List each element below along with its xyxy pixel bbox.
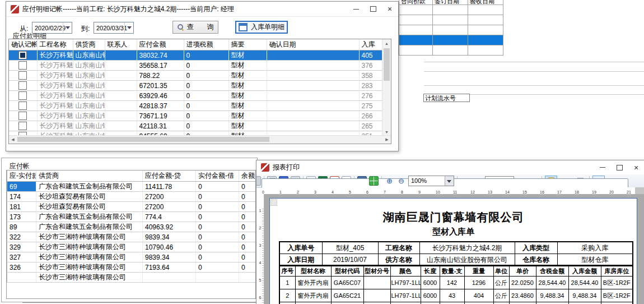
table-cell: 42118.31	[137, 121, 184, 131]
table-row[interactable]: 329长沙市三湘特种玻璃有限公司10790.4600	[7, 242, 256, 252]
table-row[interactable]: 327长沙市三湘特种玻璃有限公司9839.3400	[7, 252, 256, 262]
report-cell: GA65C21	[331, 289, 363, 302]
plan-serial-field[interactable]: 计划流水号	[423, 94, 470, 102]
zoom-out-icon[interactable]	[396, 176, 406, 186]
report-cell: 1	[279, 277, 295, 289]
report-info-row: 入库单号型材_405工程名称长沙万科魅力之城4.2期入库类型采购入库	[279, 242, 633, 254]
to-date-combo[interactable]: 2020/03/31	[94, 22, 134, 34]
zoom-level-combo[interactable]: 100%	[408, 176, 454, 186]
report-cell: 43	[440, 289, 464, 302]
scroll-right-button[interactable]: ▶	[383, 136, 391, 143]
table-cell: 长沙万科魅力...	[37, 81, 73, 91]
scrollbar-thumb[interactable]	[17, 137, 269, 142]
confirm-checkbox[interactable]	[18, 71, 27, 80]
chevron-down-icon[interactable]	[124, 22, 133, 33]
report-cell: GA65C07	[331, 277, 363, 289]
table-cell: 10790.46	[143, 242, 196, 252]
confirm-checkbox[interactable]	[18, 51, 27, 59]
chevron-down-icon[interactable]	[63, 22, 72, 33]
table-row[interactable]: 长沙万科魅力...山东南山铝业...38032.740型材405	[9, 50, 382, 61]
confirm-checkbox[interactable]	[18, 91, 27, 100]
table-row[interactable]: 长沙万科魅力...山东南山铝业...73671.190型材266	[9, 111, 382, 121]
inbound-detail-button[interactable]: 入库单明细	[235, 21, 288, 34]
scroll-down-button[interactable]: ▼	[382, 128, 391, 136]
scroll-up-button[interactable]: ▲	[382, 39, 391, 47]
table-row[interactable]: 69广东合和建筑五金制品有限公司11411.7800	[7, 182, 256, 192]
table-cell	[399, 5, 433, 15]
table-row[interactable]: 长沙万科魅力...山东南山铝业...788.220型材358	[9, 71, 382, 81]
checkbox-cell	[9, 121, 37, 131]
confirm-checkbox[interactable]	[18, 61, 27, 70]
table-cell: 0	[184, 71, 228, 81]
table-cell	[433, 5, 468, 15]
table-cell	[267, 50, 359, 61]
table-cell	[105, 91, 137, 101]
maximize-button[interactable]	[365, 2, 381, 16]
table-row[interactable]: 322长沙市三湘特种玻璃有限公司9839.3400	[7, 232, 256, 242]
maximize-button[interactable]	[611, 160, 628, 174]
table-row[interactable]: 326长沙市三湘特种玻璃有限公司7193.6400	[7, 262, 256, 273]
report-cell: B区-1R2F	[601, 289, 633, 302]
table-row[interactable]: 长沙万科魅力...山东南山铝业...67201.350型材283	[9, 81, 382, 91]
close-button[interactable]	[628, 160, 644, 174]
confirm-checkbox[interactable]	[18, 102, 27, 110]
scrollbar-thumb[interactable]	[384, 48, 390, 81]
report-cell: 1296	[464, 277, 493, 289]
query-button[interactable]: 查 询	[172, 21, 218, 34]
table-cell: 27200	[143, 192, 196, 202]
table-view-icon[interactable]	[369, 176, 379, 186]
table-cell: 0	[196, 222, 239, 232]
confirm-checkbox[interactable]	[18, 81, 27, 90]
horizontal-scrollbar[interactable]: ◀ ▶	[9, 135, 391, 144]
confirm-checkbox[interactable]	[18, 122, 27, 130]
table-cell: 长沙市三湘特种玻璃有限公司	[36, 273, 143, 283]
column-header-label: 合同价款	[401, 0, 426, 5]
table-cell	[267, 121, 359, 131]
table-cell: 283	[359, 81, 382, 91]
table-cell: 山东南山铝业...	[73, 61, 105, 71]
report-column-header: 序号	[279, 265, 295, 277]
column-header-label: 验收日期	[470, 0, 494, 5]
zoom-in-icon[interactable]	[385, 176, 394, 186]
table-cell: 181	[7, 202, 36, 212]
table-cell: 67201.35	[137, 81, 184, 91]
table-cell: 35658.17	[137, 61, 184, 71]
toolbar-icon-partial[interactable]	[256, 176, 261, 186]
table-row[interactable]: 长沙万科魅力...山东南山铝业...42818.370型材275	[9, 101, 382, 111]
table-row[interactable]	[399, 25, 503, 35]
report-cell: 9,488.34	[536, 289, 568, 302]
table-row[interactable]: 长沙万科魅力...山东南山铝业...42118.310型材265	[9, 121, 382, 131]
table-row[interactable]: 89广东合和建筑五金制品有限公司40963.9200	[7, 222, 256, 232]
preview-area[interactable]: 湖南巨晟门窗幕墙有限公司 型材入库单 入库单号型材_405工程名称长沙万科魅力之…	[264, 194, 644, 304]
chevron-down-icon[interactable]	[445, 176, 454, 186]
table-row[interactable]: 长沙市三湘特种玻璃有限公司	[7, 273, 256, 283]
form-line	[424, 71, 644, 72]
table-row[interactable]: 173广东合和建筑五金制品有限公司774.400	[7, 212, 256, 222]
report-cell: 6000	[421, 289, 440, 302]
table-row[interactable]: 174长沙坦森贸易有限公司2720000	[7, 192, 256, 202]
close-button[interactable]	[381, 2, 398, 16]
from-date-value: 2020/02/29	[35, 25, 66, 31]
confirm-checkbox[interactable]	[18, 112, 27, 120]
scroll-left-button[interactable]: ◀	[9, 136, 17, 143]
table-row[interactable]	[399, 15, 503, 25]
table-row[interactable]	[399, 5, 503, 15]
report-cell: LH797-1LL	[390, 289, 421, 302]
minimize-button[interactable]	[594, 160, 611, 174]
table-cell: 0	[184, 81, 228, 91]
report-cell: 6000	[421, 277, 440, 289]
page-margin-marker	[270, 199, 277, 206]
table-row[interactable]: 长沙万科魅力...山东南山铝业...63929.460型材276	[9, 91, 382, 101]
table-row[interactable]	[399, 35, 503, 45]
table-row[interactable]: 长沙万科魅力...山东南山铝业...35658.170型材376	[9, 61, 382, 71]
minimize-button[interactable]	[348, 2, 365, 16]
table-cell	[7, 273, 36, 283]
table-row[interactable]: 181长沙坦森贸易有限公司2720000	[7, 202, 256, 212]
report-cell: 窗外开内扇	[295, 277, 331, 289]
vertical-scrollbar[interactable]: ▲ ▼	[382, 39, 391, 136]
titlebar[interactable]: 报表打印	[256, 160, 644, 175]
table-row[interactable]	[399, 45, 503, 56]
table-cell: 长沙坦森贸易有限公司	[36, 202, 143, 212]
titlebar[interactable]: 应付明细记帐------当前工程: 长沙万科魅力之城4.2期------当前用户…	[6, 2, 398, 17]
table-cell	[468, 25, 503, 35]
